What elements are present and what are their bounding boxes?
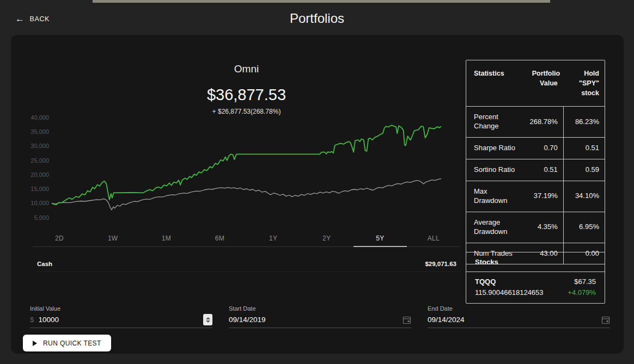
cash-label: Cash — [37, 261, 52, 267]
tab-5y[interactable]: 5Y — [353, 231, 407, 247]
performance-chart[interactable] — [52, 114, 441, 220]
statistics-header: Statistics — [466, 60, 525, 106]
number-stepper[interactable] — [203, 314, 212, 325]
portfolio-name: Omni — [30, 63, 463, 75]
start-date-input[interactable] — [229, 316, 403, 324]
y-axis-tick: 5,000 — [21, 214, 49, 221]
stock-row-tqqq[interactable]: TQQQ $67.35 115.90046618124653 +4.079% — [466, 272, 605, 303]
cash-value: $29,071.63 — [425, 261, 456, 267]
end-date-field: End Date — [428, 305, 610, 328]
tab-2d[interactable]: 2D — [33, 231, 86, 246]
y-axis-tick: 15,000 — [21, 186, 49, 192]
time-range-tabs: 2D 1W 1M 6M 1Y 2Y 5Y ALL — [33, 231, 460, 247]
stats-row-sortino-ratio: Sortino Ratio 0.51 0.59 — [466, 159, 605, 181]
y-axis-tick: 20,000 — [21, 171, 49, 178]
initial-value-field: Initial Value $ — [30, 305, 212, 328]
stepper-up-icon — [206, 317, 210, 319]
stats-row-average-drawdown: Average Drawdown 4.35% 6.95% — [466, 212, 605, 243]
stock-shares: 115.90046618124653 — [475, 287, 544, 298]
tab-2y[interactable]: 2Y — [300, 231, 353, 246]
stock-price: $67.35 — [574, 276, 596, 287]
tab-1m[interactable]: 1M — [139, 231, 193, 246]
tab-1y[interactable]: 1Y — [247, 231, 300, 246]
run-quick-test-label: RUN QUICK TEST — [43, 340, 101, 347]
calendar-icon[interactable] — [403, 316, 411, 324]
tab-1w[interactable]: 1W — [86, 231, 139, 246]
stock-change: +4.079% — [568, 287, 596, 298]
cash-row: Cash $29,071.63 — [37, 256, 456, 272]
statistics-table: Statistics Portfolio Value Hold "SPY" st… — [466, 60, 605, 264]
portfolio-card: Omni $36,877.53 + $26,877.53(268.78%) 40… — [11, 35, 624, 354]
y-axis-tick: 40,000 — [21, 114, 49, 121]
y-axis-tick: 35,000 — [21, 128, 49, 135]
portfolio-value: $36,877.53 — [30, 86, 463, 104]
calendar-icon[interactable] — [601, 316, 610, 324]
run-quick-test-button[interactable]: RUN QUICK TEST — [23, 335, 111, 351]
start-date-label: Start Date — [229, 305, 411, 312]
tab-6m[interactable]: 6M — [193, 231, 246, 246]
y-axis-tick: 25,000 — [21, 157, 49, 164]
hold-spy-header: Hold "SPY" stock — [563, 60, 605, 106]
play-icon — [33, 341, 37, 346]
stepper-down-icon — [206, 320, 210, 323]
stock-symbol: TQQQ — [475, 276, 496, 287]
initial-value-input[interactable] — [39, 316, 203, 324]
end-date-input[interactable] — [428, 316, 601, 324]
start-date-field: Start Date — [229, 305, 411, 328]
stats-row-sharpe-ratio: Sharpe Ratio 0.70 0.51 — [466, 137, 605, 159]
tab-all[interactable]: ALL — [407, 231, 460, 246]
page-title: Portfolios — [0, 11, 634, 26]
stocks-panel-title: Stocks — [466, 252, 605, 272]
statistics-header-row: Statistics Portfolio Value Hold "SPY" st… — [466, 60, 605, 107]
window-top-scrollbar — [93, 0, 550, 3]
dollar-prefix: $ — [30, 316, 34, 324]
stocks-panel: Stocks TQQQ $67.35 115.90046618124653 +4… — [466, 252, 605, 304]
y-axis-tick: 30,000 — [21, 143, 49, 149]
portfolio-value-header: Portfolio Value — [525, 60, 563, 106]
stats-row-max-drawdown: Max Drawdown 37.19% 34.10% — [466, 181, 605, 212]
stats-row-percent-change: Percent Change 268.78% 86.23% — [466, 107, 605, 137]
y-axis-tick: 10,000 — [21, 200, 49, 206]
end-date-label: End Date — [428, 305, 610, 312]
initial-value-label: Initial Value — [30, 305, 212, 312]
